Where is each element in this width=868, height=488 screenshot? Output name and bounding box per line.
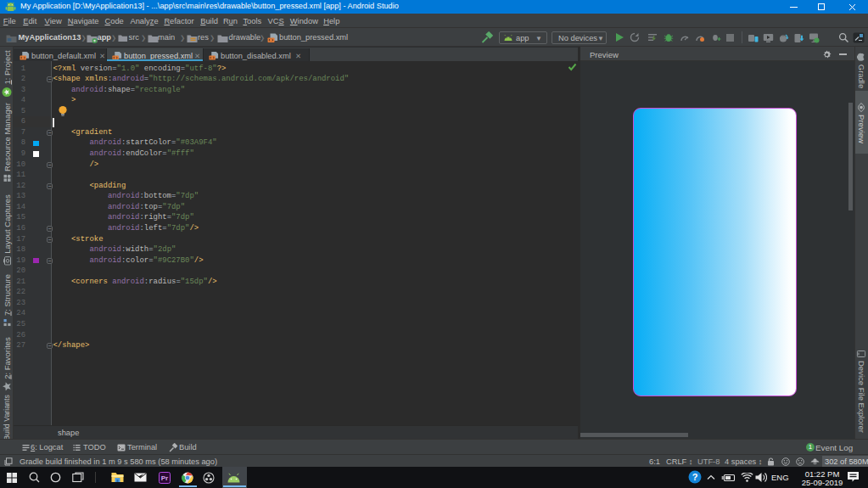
svg-text:?: ?	[692, 472, 698, 482]
svg-text:Pr: Pr	[161, 474, 168, 482]
